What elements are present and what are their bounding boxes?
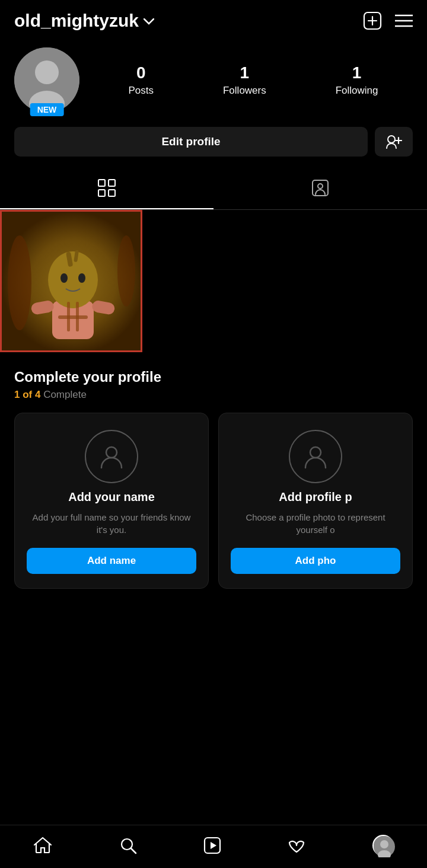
svg-point-33 [106,447,117,458]
grid-section [0,210,427,352]
add-name-icon [85,430,138,483]
svg-rect-32 [58,315,88,319]
svg-point-27 [78,273,85,283]
add-name-card-title: Add your name [68,490,155,504]
complete-profile-section: Complete your profile 1 of 4 Complete [0,352,427,413]
hamburger-menu-icon[interactable] [395,14,413,27]
svg-point-40 [380,840,388,848]
add-name-card: Add your name Add your full name so your… [14,413,209,589]
nav-search[interactable] [119,837,137,854]
edit-profile-button[interactable]: Edit profile [14,127,368,157]
complete-profile-title: Complete your profile [14,369,413,385]
header-icons [363,11,413,30]
progress-rest: Complete [40,389,86,400]
add-post-icon[interactable] [363,11,382,30]
tabs-row [0,171,427,210]
chevron-down-icon [144,16,154,28]
svg-rect-13 [109,180,115,186]
progress-highlight: 1 of 4 [14,389,40,400]
add-photo-card: Add profile p Choose a profile photo to … [218,413,413,589]
svg-point-20 [117,235,135,307]
svg-point-26 [60,273,68,283]
profile-section: NEW 0 Posts 1 Followers 1 Following [0,38,427,117]
tab-tagged[interactable] [214,171,427,209]
tab-grid[interactable] [0,171,214,209]
svg-point-7 [35,60,59,84]
svg-point-17 [318,184,323,189]
add-photo-button[interactable]: Add pho [231,548,400,574]
posts-label: Posts [128,85,154,97]
following-count: 1 [352,63,362,82]
svg-rect-14 [98,190,105,196]
nav-reels[interactable] [203,837,221,854]
username-area[interactable]: old_mightyzuk [14,11,154,31]
followers-count: 1 [240,63,250,82]
nav-profile-avatar [372,835,394,856]
username-text: old_mightyzuk [14,11,139,31]
tagged-icon [311,179,329,201]
add-name-card-desc: Add your full name so your friends know … [27,511,196,536]
nav-profile[interactable] [372,835,394,856]
complete-profile-subtitle: 1 of 4 Complete [14,389,413,401]
avatar-container[interactable]: NEW [14,47,79,113]
stats-row: 0 Posts 1 Followers 1 Following [94,63,413,97]
svg-marker-38 [211,842,216,849]
nav-activity[interactable] [288,837,305,854]
top-header: old_mightyzuk [0,0,427,38]
followers-label: Followers [223,85,266,97]
svg-line-36 [131,848,136,853]
stat-following[interactable]: 1 Following [336,63,378,97]
svg-point-19 [8,235,31,330]
add-photo-card-desc: Choose a profile photo to represent your… [231,511,400,536]
add-name-button[interactable]: Add name [27,548,196,574]
svg-point-9 [388,136,395,143]
add-photo-icon [289,430,342,483]
bottom-nav [0,825,427,868]
following-label: Following [336,85,378,97]
buttons-row: Edit profile [0,117,427,161]
svg-point-25 [48,251,98,308]
add-photo-card-title: Add profile p [279,490,352,504]
svg-point-34 [310,447,321,458]
stat-posts[interactable]: 0 Posts [128,63,154,97]
svg-rect-12 [98,180,105,186]
svg-rect-15 [109,190,115,196]
posts-count: 0 [136,63,146,82]
grid-icon [98,179,116,201]
grid-item-groot[interactable] [0,210,142,352]
new-badge: NEW [30,103,64,116]
cards-row: Add your name Add your full name so your… [0,413,427,589]
add-person-button[interactable] [375,127,413,157]
stat-followers[interactable]: 1 Followers [223,63,266,97]
nav-home[interactable] [33,837,52,854]
